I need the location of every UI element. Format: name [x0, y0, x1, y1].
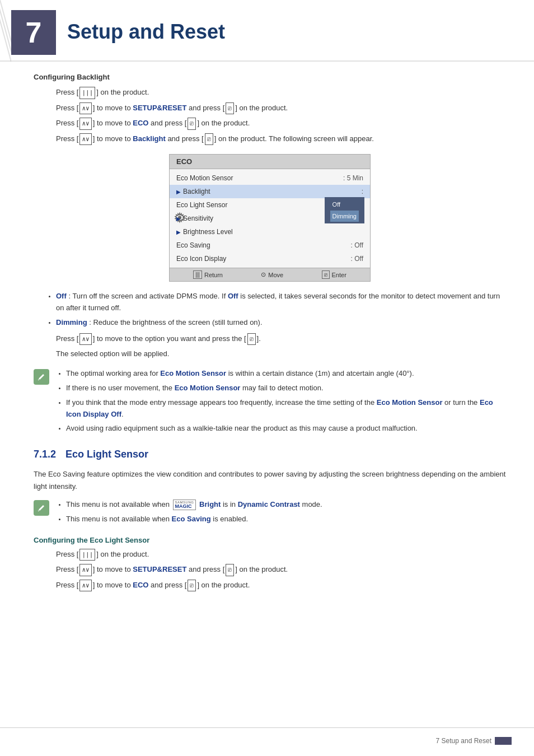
- option-off: Off : Turn off the screen and activate D…: [56, 291, 506, 314]
- nav-icon-5: ∧∨: [79, 564, 91, 576]
- note-712-1: This menu is not available when SAMSUNG …: [66, 499, 506, 511]
- footer-move: ⊙ Move: [261, 270, 283, 279]
- subsection-712-heading: 7.1.2 Eco Light Sensor: [34, 449, 506, 463]
- dynamic-contrast-ref: Dynamic Contrast: [238, 500, 300, 508]
- eco-label-2: ECO: [133, 581, 148, 589]
- dimming-term: Dimming: [56, 318, 87, 326]
- footer-return: ||| Return: [193, 270, 223, 279]
- eco-row-backlight-colon: :: [362, 186, 363, 197]
- setup-reset-label: SETUP&RESET: [133, 104, 186, 112]
- eco-screen-mockup: ECO Eco Motion Sensor : 5 Min ▶ Backligh…: [169, 154, 371, 282]
- note-content: The optimal working area for Eco Motion …: [55, 368, 506, 437]
- eco-row-brightness-label: Brightness Level: [183, 227, 363, 237]
- arrow-icon-3: ▶: [176, 228, 181, 236]
- config-eco-light-heading: Configuring the Eco Light Sensor: [34, 536, 506, 544]
- nav-icon-6: ∧∨: [79, 580, 91, 592]
- off-term: Off: [56, 292, 67, 300]
- eco-light-step-3: Press [∧∨] to move to ECO and press [⎚] …: [56, 580, 506, 592]
- note-3: If you think that the mode entry message…: [66, 397, 506, 421]
- move-icon: ⊙: [261, 271, 266, 278]
- step-2: Press [∧∨] to move to SETUP&RESET and pr…: [56, 102, 506, 115]
- eco-dropdown: Off Dimming: [325, 197, 364, 223]
- eco-screen-title: ECO: [170, 155, 370, 169]
- eco-screen-footer: ||| Return ⊙ Move ⎚ Enter: [170, 268, 370, 281]
- enter-icon-3: ⎚: [205, 133, 213, 146]
- step-4: Press [∧∨] to move to Backlight and pres…: [56, 133, 506, 146]
- eco-row-icon-value: : Off: [351, 254, 363, 264]
- option-dimming: Dimming : Reduce the brightness of the s…: [56, 317, 506, 329]
- after-options-2: The selected option will be applied.: [56, 348, 506, 360]
- nav-icon: ∧∨: [79, 102, 91, 115]
- step-3: Press [∧∨] to move to ECO and press [⎚] …: [56, 118, 506, 130]
- eco-motion-sensor-ref-2: Eco Motion Sensor: [175, 384, 241, 392]
- eco-motion-sensor-ref-1: Eco Motion Sensor: [160, 369, 226, 377]
- subsection-number: 7.1.2: [34, 449, 56, 460]
- section-heading-backlight: Configuring Backlight: [34, 73, 506, 81]
- chapter-title: Setup and Reset: [67, 10, 225, 44]
- chapter-number: 7: [11, 10, 56, 55]
- note-712-2: This menu is not available when Eco Savi…: [66, 514, 506, 525]
- menu-icon-footer: |||: [193, 270, 202, 279]
- enter-icon-footer: ⎚: [322, 270, 330, 279]
- eco-light-step-1: Press [|||] on the product.: [56, 549, 506, 561]
- eco-row-motion-sensor: Eco Motion Sensor : 5 Min: [170, 171, 370, 185]
- step-1: Press [|||] on the product.: [56, 87, 506, 99]
- enter-icon: ⎚: [226, 102, 234, 115]
- eco-row-label: Eco Motion Sensor: [176, 173, 339, 183]
- pencil-icon-2: [35, 502, 48, 514]
- eco-row-brightness: ▶ Brightness Level: [170, 225, 370, 239]
- eco-row-backlight-label: Backlight: [183, 186, 357, 197]
- enter-icon-2: ⎚: [188, 118, 196, 130]
- bright-ref: Bright: [199, 500, 221, 508]
- notes-list: The optimal working area for Eco Motion …: [66, 368, 506, 435]
- footer-divider: [0, 727, 534, 728]
- nav-icon-4: ∧∨: [79, 333, 91, 346]
- after-options-1: Press [∧∨] to move to the option you wan…: [56, 333, 506, 346]
- samsung-magic-logo: SAMSUNG MAGIC: [173, 500, 196, 510]
- note-box-712: This menu is not available when SAMSUNG …: [34, 499, 506, 528]
- backlight-options-list: Off : Turn off the screen and activate D…: [56, 291, 506, 328]
- nav-icon-2: ∧∨: [79, 118, 91, 130]
- eco-row-icon-label: Eco Icon Display: [176, 254, 346, 264]
- note-2: If there is no user movement, the Eco Mo…: [66, 382, 506, 394]
- page-footer: 7 Setup and Reset: [436, 737, 512, 745]
- eco-row-backlight: ▶ Backlight : Off Dimming: [170, 185, 370, 198]
- nav-icon-3: ∧∨: [79, 133, 91, 146]
- eco-row-value: : 5 Min: [343, 173, 363, 183]
- eco-label: ECO: [133, 119, 148, 127]
- eco-screen-container: ECO Eco Motion Sensor : 5 Min ▶ Backligh…: [34, 154, 506, 282]
- eco-motion-sensor-ref-3: Eco Motion Sensor: [377, 398, 443, 407]
- eco-light-step-2: Press [∧∨] to move to SETUP&RESET and pr…: [56, 564, 506, 576]
- note-icon: [34, 369, 49, 385]
- svg-line-1: [0, 0, 11, 62]
- backlight-label: Backlight: [133, 134, 166, 143]
- dimming-description: : Reduce the brightness of the screen (s…: [89, 318, 262, 326]
- pencil-icon: [35, 371, 48, 383]
- setup-reset-label-2: SETUP&RESET: [133, 565, 186, 573]
- arrow-icon-2: ▶: [176, 214, 181, 223]
- note-icon-712: [34, 500, 49, 516]
- arrow-icon: ▶: [176, 188, 181, 196]
- footer-bar: [495, 737, 512, 745]
- eco-row-icon-display: Eco Icon Display : Off: [170, 252, 370, 265]
- footer-enter: ⎚ Enter: [322, 270, 346, 279]
- note-4: Avoid using radio equipment such as a wa…: [66, 423, 506, 435]
- eco-row-saving-value: : Off: [351, 240, 363, 250]
- eco-row-saving: Eco Saving : Off: [170, 239, 370, 252]
- enter-icon-4: ⎚: [247, 333, 256, 346]
- dropdown-option-off: Off: [330, 199, 359, 211]
- subsection-712-description: The Eco Saving feature optimizes the vie…: [34, 468, 506, 492]
- eco-saving-ref: Eco Saving: [172, 515, 211, 523]
- enter-icon-6: ⎚: [188, 580, 196, 592]
- footer-text: 7 Setup and Reset: [436, 737, 491, 745]
- subsection-title: Eco Light Sensor: [65, 449, 148, 460]
- off-description: : Turn off the screen and activate DPMS …: [56, 292, 500, 312]
- note-content-712: This menu is not available when SAMSUNG …: [55, 499, 506, 528]
- note-1: The optimal working area for Eco Motion …: [66, 368, 506, 380]
- menu-icon-3: |||: [79, 549, 95, 561]
- main-content: Configuring Backlight Press [|||] on the…: [0, 73, 534, 591]
- eco-screen-body: Eco Motion Sensor : 5 Min ▶ Backlight : …: [170, 169, 370, 268]
- dropdown-option-dimming: Dimming: [330, 211, 359, 222]
- page-header: 7 Setup and Reset: [0, 0, 534, 62]
- eco-row-saving-label: Eco Saving: [176, 240, 346, 250]
